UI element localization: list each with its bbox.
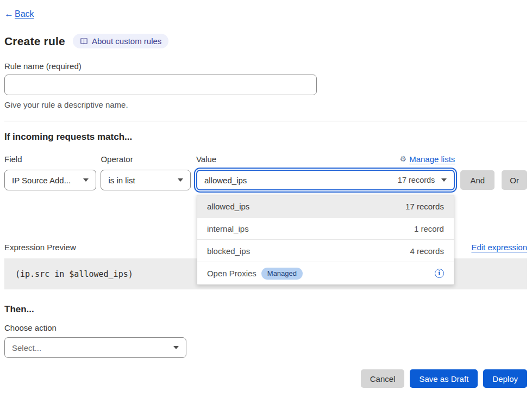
operator-label: Operator bbox=[101, 154, 133, 164]
back-link[interactable]: ←Back bbox=[4, 9, 34, 20]
cancel-button[interactable]: Cancel bbox=[361, 369, 405, 388]
field-select[interactable]: IP Source Add... bbox=[4, 170, 96, 190]
operator-select[interactable]: is in list bbox=[101, 170, 190, 190]
option-name: blocked_ips bbox=[207, 246, 250, 256]
managed-badge: Managed bbox=[261, 268, 303, 280]
rule-name-input[interactable] bbox=[4, 75, 317, 95]
field-label: Field bbox=[4, 154, 22, 164]
option-name: internal_ips bbox=[207, 224, 249, 233]
about-custom-rules-label: About custom rules bbox=[92, 36, 161, 46]
dropdown-option-open-proxies[interactable]: Open Proxies Managed i bbox=[197, 262, 454, 285]
chevron-down-icon bbox=[83, 178, 89, 182]
about-custom-rules-link[interactable]: About custom rules bbox=[73, 34, 168, 48]
value-select[interactable]: allowed_ips 17 records bbox=[196, 170, 455, 190]
and-button[interactable]: And bbox=[460, 170, 495, 190]
expression-preview-label: Expression Preview bbox=[4, 243, 76, 252]
action-select-placeholder: Select... bbox=[12, 343, 169, 352]
action-select[interactable]: Select... bbox=[4, 337, 186, 358]
manage-lists-link[interactable]: ⚙ Manage lists bbox=[400, 154, 455, 164]
save-as-draft-button[interactable]: Save as Draft bbox=[410, 369, 478, 388]
info-icon[interactable]: i bbox=[435, 269, 444, 278]
chevron-down-icon bbox=[173, 346, 179, 349]
option-count: 1 record bbox=[414, 224, 444, 233]
chevron-down-icon bbox=[441, 178, 447, 182]
rule-name-helper: Give your rule a descriptive name. bbox=[4, 100, 527, 109]
book-icon bbox=[80, 37, 88, 45]
choose-action-label: Choose action bbox=[4, 323, 527, 332]
dropdown-option-allowed-ips[interactable]: allowed_ips 17 records bbox=[197, 195, 454, 218]
option-count: 4 records bbox=[410, 246, 444, 256]
gear-icon: ⚙ bbox=[400, 154, 407, 163]
create-rule-page: ←Back Create rule About custom rules Rul… bbox=[0, 0, 532, 388]
manage-lists-label: Manage lists bbox=[409, 154, 455, 164]
chevron-down-icon bbox=[178, 178, 183, 182]
deploy-button[interactable]: Deploy bbox=[483, 369, 527, 388]
option-count: 17 records bbox=[405, 202, 444, 211]
expression-code-text: (ip.src in $allowed_ips) bbox=[15, 269, 133, 279]
section-divider bbox=[4, 121, 527, 121]
value-dropdown-panel: allowed_ips 17 records internal_ips 1 re… bbox=[197, 195, 454, 285]
dropdown-option-internal-ips[interactable]: internal_ips 1 record bbox=[197, 218, 454, 240]
dropdown-option-blocked-ips[interactable]: blocked_ips 4 records bbox=[197, 240, 454, 262]
value-select-name: allowed_ips bbox=[204, 176, 247, 185]
option-name: allowed_ips bbox=[207, 202, 249, 211]
condition-row: Field IP Source Add... Operator is in li… bbox=[4, 154, 527, 190]
option-name: Open Proxies bbox=[207, 269, 256, 278]
operator-select-value: is in list bbox=[108, 176, 173, 185]
value-select-count: 17 records bbox=[398, 176, 437, 184]
value-label: Value bbox=[196, 154, 216, 164]
field-select-value: IP Source Add... bbox=[12, 176, 79, 185]
page-title: Create rule bbox=[4, 35, 65, 48]
rule-name-label: Rule name (required) bbox=[4, 61, 527, 71]
match-section-heading: If incoming requests match... bbox=[4, 132, 527, 143]
or-button[interactable]: Or bbox=[502, 170, 527, 190]
back-arrow-icon: ← bbox=[4, 9, 14, 20]
back-link-label: Back bbox=[15, 9, 34, 19]
edit-expression-link[interactable]: Edit expression bbox=[471, 243, 527, 252]
footer-actions: Cancel Save as Draft Deploy bbox=[4, 369, 527, 388]
then-section-heading: Then... bbox=[4, 304, 527, 315]
